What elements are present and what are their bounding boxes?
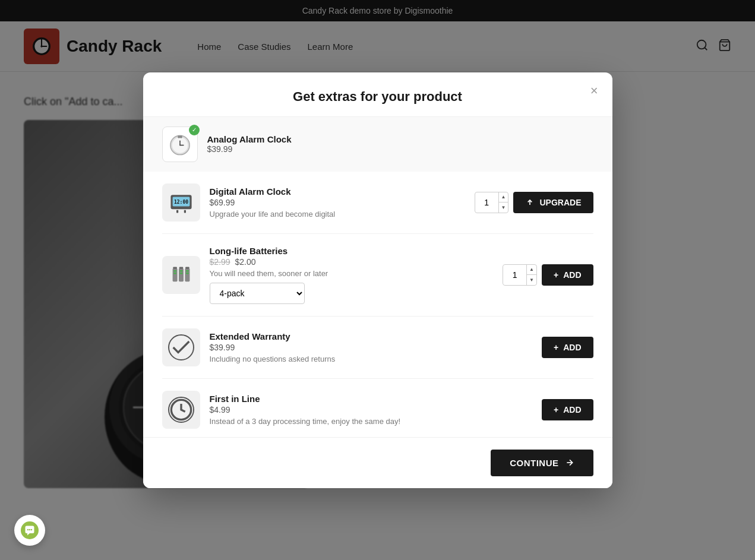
upgrade-button-digital-alarm-clock[interactable]: UPGRADE — [513, 192, 593, 213]
add-icon-first-in-line: + — [554, 405, 558, 415]
modal-header: Get extras for your product × — [143, 72, 612, 117]
upsell-item-price-long-life-batteries: $2.99 $2.00 — [210, 257, 494, 267]
upsell-item-controls-first-in-line: + ADD — [542, 399, 593, 420]
upsell-item-name-long-life-batteries: Long-life Batteries — [210, 246, 494, 256]
svg-rect-39 — [186, 270, 189, 271]
warranty-circle-icon — [168, 334, 194, 360]
variant-select-batteries[interactable]: 4-pack 8-pack 12-pack — [210, 283, 305, 304]
svg-rect-32 — [173, 273, 176, 274]
continue-arrow-icon — [565, 458, 574, 467]
batteries-svg — [167, 261, 195, 289]
quantity-wrapper-batteries: 1 ▲ ▼ — [503, 264, 537, 286]
svg-rect-21 — [178, 135, 180, 138]
quantity-wrapper-digital-alarm-clock: 1 ▲ ▼ — [475, 192, 509, 213]
add-button-first-in-line[interactable]: + ADD — [542, 399, 593, 420]
svg-rect-34 — [179, 267, 182, 268]
modal-title: Get extras for your product — [293, 89, 462, 104]
first-in-line-icon — [168, 397, 194, 423]
add-icon-warranty: + — [554, 343, 558, 352]
upsell-item-desc-digital-alarm-clock: Upgrade your life and become digital — [210, 210, 465, 219]
upsell-item-name-digital-alarm-clock: Digital Alarm Clock — [210, 186, 465, 197]
modal-footer: CONTINUE — [143, 437, 612, 488]
upgrade-icon — [525, 198, 535, 207]
continue-button[interactable]: CONTINUE — [491, 450, 593, 476]
svg-rect-35 — [179, 270, 182, 271]
upsell-item-controls-extended-warranty: + ADD — [542, 337, 593, 358]
add-button-batteries[interactable]: + ADD — [542, 264, 593, 286]
upsell-item-name-first-in-line: First in Line — [210, 394, 532, 404]
svg-rect-30 — [173, 267, 176, 268]
upsell-item-desc-extended-warranty: Including no questions asked returns — [210, 355, 532, 363]
badge-product-name: Analog Alarm Clock — [207, 134, 292, 144]
upsell-item-info-first-in-line: First in Line $4.99 Instead of a 3 day p… — [210, 394, 532, 426]
badge-product-price: $39.99 — [207, 144, 292, 154]
upsell-item-price-first-in-line: $4.99 — [210, 405, 532, 415]
quantity-arrows-digital-alarm-clock: ▲ ▼ — [499, 192, 508, 213]
svg-rect-27 — [184, 210, 185, 213]
upsell-item-price-extended-warranty: $39.99 — [210, 343, 532, 352]
modal-close-button[interactable]: × — [590, 84, 598, 97]
upsell-item-name-extended-warranty: Extended Warranty — [210, 331, 532, 341]
upsell-item-desc-first-in-line: Instead of a 3 day processing time, enjo… — [210, 417, 532, 426]
upsell-list: 12:00 Digital Alarm Clock $69.99 Upgrade… — [143, 172, 612, 437]
svg-rect-22 — [180, 135, 182, 138]
upsell-item-long-life-batteries: Long-life Batteries $2.99 $2.00 You will… — [162, 234, 593, 317]
digital-clock-svg: 12:00 — [167, 188, 195, 217]
upsell-item-image-long-life-batteries — [162, 256, 200, 294]
upsell-item-digital-alarm-clock: 12:00 Digital Alarm Clock $69.99 Upgrade… — [162, 172, 593, 234]
svg-rect-26 — [176, 210, 178, 213]
add-icon-batteries: + — [554, 270, 558, 280]
svg-rect-40 — [186, 273, 189, 274]
quantity-arrows-batteries: ▲ ▼ — [527, 265, 536, 285]
quantity-down-batteries[interactable]: ▼ — [527, 275, 536, 285]
modal: Get extras for your product × ✓ Analog A… — [143, 72, 612, 488]
sale-price-batteries: $2.00 — [235, 257, 255, 267]
quantity-up-digital-alarm-clock[interactable]: ▲ — [499, 192, 508, 203]
upsell-item-price-digital-alarm-clock: $69.99 — [210, 198, 465, 207]
upsell-item-extended-warranty: Extended Warranty $39.99 Including no qu… — [162, 317, 593, 379]
warranty-svg — [169, 333, 193, 362]
upsell-item-info-extended-warranty: Extended Warranty $39.99 Including no qu… — [210, 331, 532, 363]
badge-clock-svg — [167, 131, 193, 157]
svg-text:12:00: 12:00 — [173, 199, 188, 204]
badge-product-image: ✓ — [162, 126, 198, 162]
upsell-item-image-extended-warranty — [162, 328, 200, 366]
quantity-display-digital-alarm-clock: 1 — [475, 192, 499, 213]
upsell-item-image-digital-alarm-clock: 12:00 — [162, 183, 200, 222]
upsell-item-info-long-life-batteries: Long-life Batteries $2.99 $2.00 You will… — [210, 246, 494, 304]
svg-rect-31 — [173, 270, 176, 271]
upsell-item-info-digital-alarm-clock: Digital Alarm Clock $69.99 Upgrade your … — [210, 186, 465, 219]
upsell-item-controls-digital-alarm-clock: 1 ▲ ▼ UPGRADE — [475, 192, 593, 213]
svg-rect-38 — [185, 267, 189, 268]
original-price-batteries: $2.99 — [210, 257, 230, 267]
badge-info: Analog Alarm Clock $39.99 — [207, 134, 292, 154]
modal-overlay: Get extras for your product × ✓ Analog A… — [0, 0, 755, 512]
upsell-item-image-first-in-line — [162, 391, 200, 429]
upsell-item-first-in-line: First in Line $4.99 Instead of a 3 day p… — [162, 379, 593, 437]
upsell-item-controls-long-life-batteries: 1 ▲ ▼ + ADD — [503, 264, 593, 286]
modal-product-badge: ✓ Analog Alarm Clock $39.99 — [143, 117, 612, 172]
svg-rect-36 — [179, 273, 182, 274]
quantity-up-batteries[interactable]: ▲ — [527, 265, 536, 276]
first-in-line-svg — [169, 396, 193, 424]
quantity-down-digital-alarm-clock[interactable]: ▼ — [499, 203, 508, 213]
badge-check-icon: ✓ — [189, 125, 200, 135]
quantity-display-batteries: 1 — [503, 265, 527, 285]
add-button-extended-warranty[interactable]: + ADD — [542, 337, 593, 358]
upsell-item-desc-long-life-batteries: You will need them, sooner or later — [210, 269, 494, 278]
